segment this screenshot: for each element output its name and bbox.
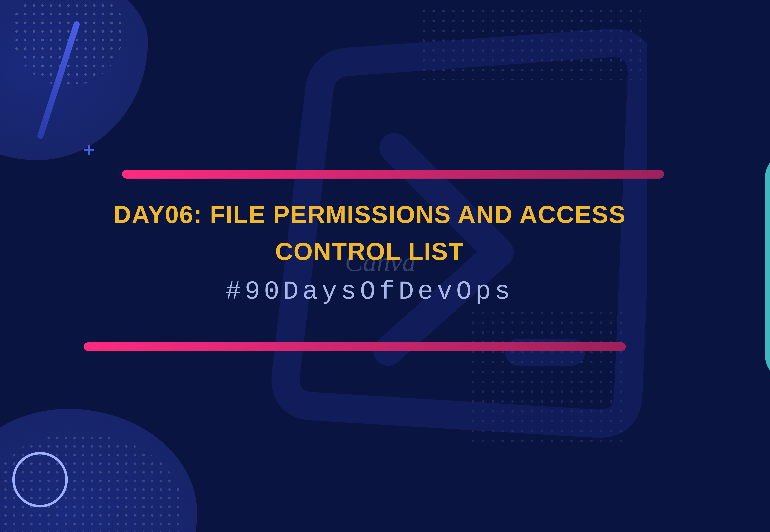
title-line-1: DAY06: FILE PERMISSIONS AND ACCESS [80, 196, 659, 233]
plus-icon: + [83, 139, 95, 161]
tux-card: 010 110 [765, 153, 770, 381]
decor-bar-top [122, 170, 664, 179]
decor-bar-bottom [84, 342, 626, 351]
title-block: DAY06: FILE PERMISSIONS AND ACCESS CONTR… [80, 196, 659, 307]
title-line-2: CONTROL LIST [80, 233, 659, 270]
decor-ring [12, 452, 68, 507]
hashtag-subtitle: #90DaysOfDevOps [80, 277, 659, 307]
